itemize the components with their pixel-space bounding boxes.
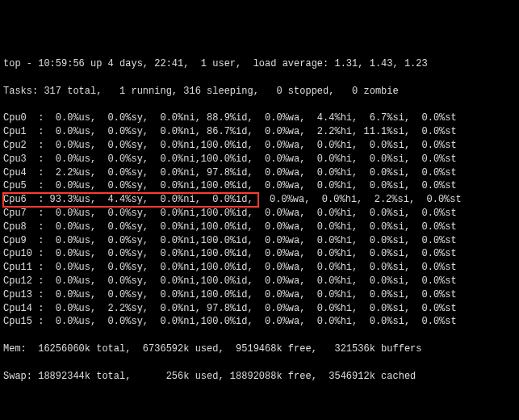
cpu-row-cpu8: Cpu8 : 0.0%us, 0.0%sy, 0.0%ni,100.0%id, … [3, 220, 516, 234]
cpu-row-cpu11: Cpu11 : 0.0%us, 0.0%sy, 0.0%ni,100.0%id,… [3, 261, 516, 275]
cpu-row-cpu3: Cpu3 : 0.0%us, 0.0%sy, 0.0%ni,100.0%id, … [3, 153, 516, 166]
cpu-row-cpu7: Cpu7 : 0.0%us, 0.0%sy, 0.0%ni,100.0%id, … [3, 207, 516, 220]
cpu-row-cpu15: Cpu15 : 0.0%us, 0.0%sy, 0.0%ni,100.0%id,… [3, 315, 516, 329]
mem-line: Mem: 16256060k total, 6736592k used, 951… [3, 342, 516, 356]
top-summary-line: top - 10:59:56 up 4 days, 22:41, 1 user,… [3, 57, 516, 71]
cpu-block: Cpu0 : 0.0%us, 0.0%sy, 0.0%ni, 88.9%id, … [3, 111, 516, 329]
cpu-highlight: Cpu6 : 93.3%us, 4.4%sy, 0.0%ni, 0.0%id, [3, 193, 258, 207]
cpu-row-cpu2: Cpu2 : 0.0%us, 0.0%sy, 0.0%ni,100.0%id, … [3, 139, 516, 153]
cpu-row-tail: 0.0%wa, 0.0%hi, 2.2%si, 0.0%st [258, 194, 462, 205]
cpu-row-cpu0: Cpu0 : 0.0%us, 0.0%sy, 0.0%ni, 88.9%id, … [3, 111, 516, 125]
cpu-row-cpu14: Cpu14 : 0.0%us, 2.2%sy, 0.0%ni, 97.8%id,… [3, 302, 516, 316]
cpu-row-cpu1: Cpu1 : 0.0%us, 0.0%sy, 0.0%ni, 86.7%id, … [3, 125, 516, 139]
cpu-row-cpu9: Cpu9 : 0.0%us, 0.0%sy, 0.0%ni,100.0%id, … [3, 234, 516, 248]
cpu-row-cpu4: Cpu4 : 2.2%us, 0.0%sy, 0.0%ni, 97.8%id, … [3, 166, 516, 180]
cpu-row-cpu10: Cpu10 : 0.0%us, 0.0%sy, 0.0%ni,100.0%id,… [3, 247, 516, 261]
blank-line [3, 397, 516, 410]
cpu-row-cpu5: Cpu5 : 0.0%us, 0.0%sy, 0.0%ni,100.0%id, … [3, 179, 516, 193]
tasks-line: Tasks: 317 total, 1 running, 316 sleepin… [3, 85, 516, 99]
cpu-row-cpu6: Cpu6 : 93.3%us, 4.4%sy, 0.0%ni, 0.0%id, … [3, 193, 516, 207]
swap-line: Swap: 18892344k total, 256k used, 188920… [3, 370, 516, 384]
cpu-row-cpu12: Cpu12 : 0.0%us, 0.0%sy, 0.0%ni,100.0%id,… [3, 275, 516, 288]
cpu-row-cpu13: Cpu13 : 0.0%us, 0.0%sy, 0.0%ni,100.0%id,… [3, 288, 516, 302]
